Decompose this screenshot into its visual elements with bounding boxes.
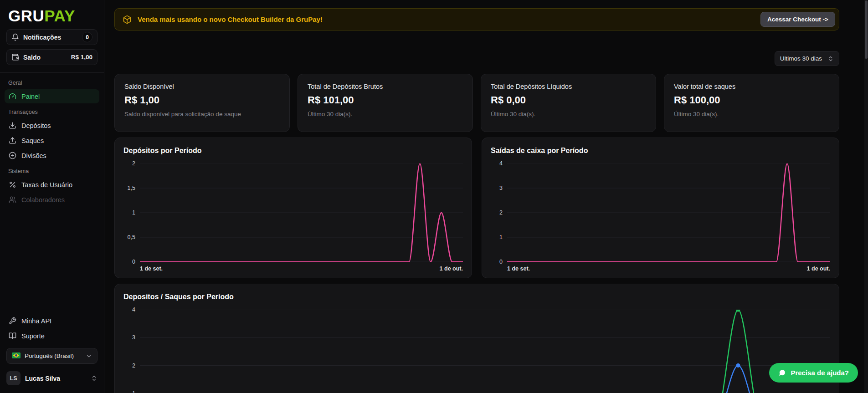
chart-card-depositos: Depósitos por Período 00,511,52 1 de set… <box>114 138 472 278</box>
plot-area <box>140 163 463 262</box>
language-label: Português (Brasil) <box>25 352 74 359</box>
stat-card-saldo-disponivel: Saldo Disponível R$ 1,00 Saldo disponíve… <box>114 74 290 132</box>
grupay-logo: GRUPAY <box>0 0 104 29</box>
sidebar-item-minha-api[interactable]: Minha API <box>5 314 99 328</box>
sidebar-item-colaboradores[interactable]: Colaboradores <box>5 193 99 207</box>
y-axis: 01234 <box>123 310 140 393</box>
sidebar-spacer <box>0 207 104 313</box>
language-select[interactable]: Português (Brasil) <box>6 348 98 364</box>
user-menu[interactable]: LS Lucas Silva <box>6 371 98 385</box>
checkout-promo-banner: Venda mais usando o novo Checkout Builde… <box>114 8 839 31</box>
percent-icon <box>9 181 16 189</box>
stat-card-depositos-liquidos: Total de Depósitos Líquidos R$ 0,00 Últi… <box>481 74 656 132</box>
controls-row: Ultimos 30 dias <box>114 51 839 66</box>
y-tick-label: 2 <box>132 362 135 369</box>
y-tick-label: 0 <box>499 259 503 265</box>
wallet-icon <box>11 53 19 61</box>
stat-title: Valor total de saques <box>674 83 829 90</box>
plot-area <box>140 310 830 393</box>
sidebar: GRUPAY Notificações 0 Saldo R$ 1,00 Gera… <box>0 0 104 393</box>
chart-body: 01234 <box>123 310 830 393</box>
upload-icon <box>9 137 16 144</box>
users-icon <box>9 196 16 204</box>
balance-label: Saldo <box>23 54 41 61</box>
sidebar-item-label: Saques <box>21 137 44 144</box>
stat-subtitle: Último 30 dia(s). <box>674 111 829 117</box>
chevrons-up-down-icon <box>827 56 834 62</box>
help-button[interactable]: Precisa de ajuda? <box>769 363 858 383</box>
bell-icon <box>11 33 19 41</box>
section-label-geral: Geral <box>0 75 104 89</box>
sidebar-item-label: Colaboradores <box>21 196 65 204</box>
y-tick-label: 2 <box>132 160 135 167</box>
chart-card-saidas: Saídas de caixa por Período 01234 1 de s… <box>482 138 839 278</box>
period-select[interactable]: Ultimos 30 dias <box>775 51 839 66</box>
y-tick-label: 4 <box>499 160 503 167</box>
stat-subtitle: Último 30 dia(s). <box>308 111 463 117</box>
stat-subtitle: Saldo disponível para solicitação de saq… <box>124 111 280 117</box>
y-tick-label: 1,5 <box>128 185 135 191</box>
stat-title: Total de Depósitos Líquidos <box>491 83 646 90</box>
banner-text: Venda mais usando o novo Checkout Builde… <box>138 15 323 23</box>
sidebar-item-divisoes[interactable]: Divisões <box>5 148 99 163</box>
section-label-transacoes: Transações <box>0 104 104 118</box>
x-label-end: 1 de out. <box>807 265 830 272</box>
brazil-flag-icon <box>12 352 21 360</box>
chart-title: Depósitos por Período <box>123 147 463 155</box>
y-tick-label: 0,5 <box>128 234 135 240</box>
y-tick-label: 3 <box>499 185 503 191</box>
stat-cards-row: Saldo Disponível R$ 1,00 Saldo disponíve… <box>114 74 839 132</box>
chevrons-up-down-icon <box>91 375 98 382</box>
notifications-count-badge: 0 <box>82 32 92 42</box>
balance-value: R$ 1,00 <box>71 54 92 61</box>
plot-area <box>507 163 830 262</box>
sidebar-item-label: Depósitos <box>21 122 51 129</box>
x-label-start: 1 de set. <box>507 265 530 272</box>
logo-text-gru: GRU <box>8 7 44 25</box>
y-tick-label: 2 <box>499 209 503 216</box>
sidebar-item-painel[interactable]: Painel <box>5 89 99 103</box>
y-tick-label: 1 <box>132 390 135 393</box>
x-axis: 1 de set. 1 de out. <box>123 265 463 272</box>
y-axis: 01234 <box>491 163 507 262</box>
sidebar-item-taxas-de-usuario[interactable]: Taxas de Usuário <box>5 178 99 192</box>
package-icon <box>123 15 132 24</box>
sidebar-item-label: Minha API <box>21 317 51 325</box>
avatar: LS <box>6 371 21 385</box>
chart-title: Saídas de caixa por Período <box>491 147 830 155</box>
help-button-label: Precisa de ajuda? <box>791 369 849 377</box>
sidebar-item-label: Divisões <box>21 152 46 159</box>
y-tick-label: 3 <box>132 334 135 341</box>
balance-button[interactable]: Saldo R$ 1,00 <box>6 49 98 65</box>
stat-card-valor-saques: Valor total de saques R$ 100,00 Último 3… <box>664 74 839 132</box>
chart-body: 00,511,52 <box>123 163 463 262</box>
chevron-down-icon <box>86 353 92 359</box>
x-label-end: 1 de out. <box>440 265 463 272</box>
y-tick-label: 1 <box>499 234 503 240</box>
stat-value: R$ 101,00 <box>308 94 463 106</box>
y-tick-label: 1 <box>132 209 135 216</box>
sidebar-item-depositos[interactable]: Depósitos <box>5 118 99 133</box>
access-checkout-button[interactable]: Acessar Checkout -> <box>760 12 835 27</box>
y-axis: 00,511,52 <box>123 163 140 262</box>
notifications-button[interactable]: Notificações 0 <box>6 29 98 45</box>
user-name: Lucas Silva <box>25 375 60 382</box>
x-axis: 1 de set. 1 de out. <box>491 265 830 272</box>
y-tick-label: 0 <box>132 259 135 265</box>
sidebar-item-label: Taxas de Usuário <box>21 181 72 189</box>
scrollbar-thumb[interactable] <box>865 0 868 59</box>
sidebar-item-suporte[interactable]: Suporte <box>5 329 99 343</box>
stat-value: R$ 1,00 <box>124 94 280 106</box>
charts-row: Depósitos por Período 00,511,52 1 de set… <box>114 138 839 278</box>
main-content: Venda mais usando o novo Checkout Builde… <box>104 0 868 393</box>
gauge-icon <box>9 92 16 100</box>
logo-text-pay: PAY <box>44 7 75 25</box>
chart-svg <box>140 310 830 393</box>
stat-title: Saldo Disponível <box>124 83 280 90</box>
chart-svg <box>507 163 830 262</box>
chart-title: Depositos / Saques por Período <box>123 293 830 301</box>
sidebar-divider <box>0 72 104 73</box>
section-label-sistema: Sistema <box>0 163 104 177</box>
sidebar-item-saques[interactable]: Saques <box>5 133 99 148</box>
chart-body: 01234 <box>491 163 830 262</box>
